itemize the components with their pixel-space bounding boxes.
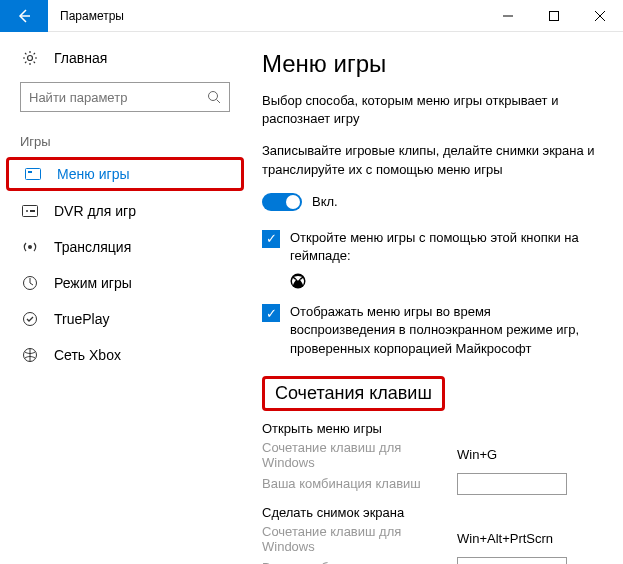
user-shortcut-label: Ваша комбинация клавиш: [262, 560, 457, 564]
maximize-icon: [549, 11, 559, 21]
page-heading: Меню игры: [262, 50, 599, 78]
svg-rect-0: [550, 11, 559, 20]
nav-item-dvr[interactable]: DVR для игр: [0, 193, 250, 229]
description-2: Записывайте игровые клипы, делайте снимк…: [262, 142, 599, 178]
win-shortcut-value: Win+G: [457, 447, 497, 462]
svg-point-1: [28, 56, 33, 61]
svg-rect-7: [30, 210, 35, 212]
nav-label: Сеть Xbox: [54, 347, 121, 363]
shortcut-title: Сделать снимок экрана: [262, 505, 599, 520]
svg-point-2: [209, 92, 218, 101]
win-shortcut-label: Сочетание клавиш для Windows: [262, 524, 457, 554]
svg-rect-4: [28, 171, 32, 173]
user-shortcut-input[interactable]: [457, 557, 567, 564]
gamemode-icon: [20, 275, 40, 291]
nav-item-game-menu[interactable]: Меню игры: [6, 157, 244, 191]
search-icon: [207, 90, 221, 104]
win-shortcut-label: Сочетание клавиш для Windows: [262, 440, 457, 470]
shortcut-group-open: Открыть меню игры Сочетание клавиш для W…: [262, 421, 599, 495]
gamebar-icon: [23, 168, 43, 180]
svg-point-10: [24, 313, 37, 326]
xbox-logo-icon: [290, 273, 306, 289]
nav-label: Трансляция: [54, 239, 131, 255]
nav-label: TruePlay: [54, 311, 110, 327]
sidebar: Главная Игры Меню игры DVR для игр Транс…: [0, 32, 250, 564]
shortcut-title: Открыть меню игры: [262, 421, 599, 436]
user-shortcut-label: Ваша комбинация клавиш: [262, 476, 457, 491]
toggle-label: Вкл.: [312, 194, 338, 209]
search-input[interactable]: [29, 90, 207, 105]
window-title: Параметры: [48, 9, 485, 23]
close-button[interactable]: [577, 0, 623, 32]
shortcuts-heading: Сочетания клавиш: [262, 376, 445, 411]
checkbox-gamepad[interactable]: ✓: [262, 230, 280, 248]
settings-icon: [20, 50, 40, 66]
nav-group-label: Игры: [0, 128, 250, 155]
back-button[interactable]: [0, 0, 48, 32]
checkbox-fullscreen[interactable]: ✓: [262, 304, 280, 322]
description-1: Выбор способа, которым меню игры открыва…: [262, 92, 599, 128]
close-icon: [595, 11, 605, 21]
trueplay-icon: [20, 311, 40, 327]
broadcast-icon: [20, 239, 40, 255]
svg-point-8: [28, 245, 32, 249]
nav-item-trueplay[interactable]: TruePlay: [0, 301, 250, 337]
home-label: Главная: [54, 50, 107, 66]
win-shortcut-value: Win+Alt+PrtScrn: [457, 531, 553, 546]
minimize-button[interactable]: [485, 0, 531, 32]
nav-label: Меню игры: [57, 166, 130, 182]
nav-label: DVR для игр: [54, 203, 136, 219]
dvr-icon: [20, 205, 40, 217]
nav-label: Режим игры: [54, 275, 132, 291]
nav-item-gamemode[interactable]: Режим игры: [0, 265, 250, 301]
minimize-icon: [503, 11, 513, 21]
arrow-left-icon: [16, 8, 32, 24]
maximize-button[interactable]: [531, 0, 577, 32]
shortcut-group-screenshot: Сделать снимок экрана Сочетание клавиш д…: [262, 505, 599, 564]
svg-point-6: [26, 210, 28, 212]
user-shortcut-input[interactable]: [457, 473, 567, 495]
search-input-wrapper[interactable]: [20, 82, 230, 112]
home-link[interactable]: Главная: [0, 44, 250, 78]
checkbox-gamepad-label: Откройте меню игры с помощью этой кнопки…: [290, 229, 599, 265]
nav-item-broadcast[interactable]: Трансляция: [0, 229, 250, 265]
xbox-network-icon: [20, 347, 40, 363]
gamebar-toggle[interactable]: [262, 193, 302, 211]
svg-rect-3: [26, 169, 41, 180]
nav-item-xbox[interactable]: Сеть Xbox: [0, 337, 250, 373]
checkbox-fullscreen-label: Отображать меню игры во время воспроизве…: [290, 303, 599, 358]
main-content: Меню игры Выбор способа, которым меню иг…: [250, 32, 623, 564]
